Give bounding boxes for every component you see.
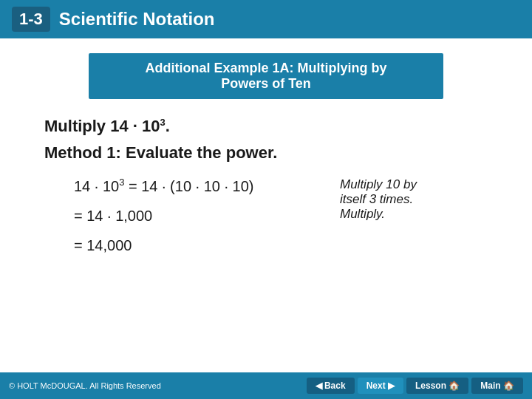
method-title: Method 1: Evaluate the power. [44, 143, 488, 163]
back-button[interactable]: ◀ Back [307, 378, 355, 394]
problem-text: Multiply 14 · 103. [44, 117, 170, 135]
steps-left: 14 · 103 = 14 · (10 · 10 · 10) = 14 · 1,… [74, 176, 318, 265]
problem-exponent: 3 [160, 117, 166, 128]
main-label: Main 🏠 [480, 381, 514, 391]
copyright-text: © HOLT McDOUGAL. All Rights Reserved [9, 381, 161, 390]
side-note-line1: Multiply 10 by [340, 177, 488, 192]
math-step-3: = 14,000 [74, 235, 318, 256]
lesson-badge: 1-3 [12, 7, 50, 32]
footer: © HOLT McDOUGAL. All Rights Reserved ◀ B… [0, 372, 532, 399]
next-label: Next ▶ [366, 381, 395, 391]
header-bar: 1-3 Scientific Notation [0, 0, 532, 38]
next-button[interactable]: Next ▶ [358, 378, 403, 394]
main-content: Additional Example 1A: Multiplying byPow… [0, 38, 532, 272]
footer-buttons: ◀ Back Next ▶ Lesson 🏠 Main 🏠 [307, 378, 523, 394]
back-label: ◀ Back [316, 381, 346, 391]
lesson-label: Lesson 🏠 [415, 381, 460, 391]
header-title: Scientific Notation [59, 9, 215, 30]
sub-header: Additional Example 1A: Multiplying byPow… [89, 53, 443, 99]
side-note-line2: itself 3 times. [340, 192, 488, 207]
math-steps: 14 · 103 = 14 · (10 · 10 · 10) = 14 · 1,… [74, 176, 488, 265]
lesson-button[interactable]: Lesson 🏠 [406, 378, 468, 394]
main-button[interactable]: Main 🏠 [471, 378, 523, 394]
math-step-1: 14 · 103 = 14 · (10 · 10 · 10) [74, 176, 318, 197]
steps-right: Multiply 10 by itself 3 times. Multiply. [340, 176, 488, 265]
side-note-line3: Multiply. [340, 207, 488, 222]
problem-title: Multiply 14 · 103. [44, 117, 488, 136]
math-step-2: = 14 · 1,000 [74, 205, 318, 226]
